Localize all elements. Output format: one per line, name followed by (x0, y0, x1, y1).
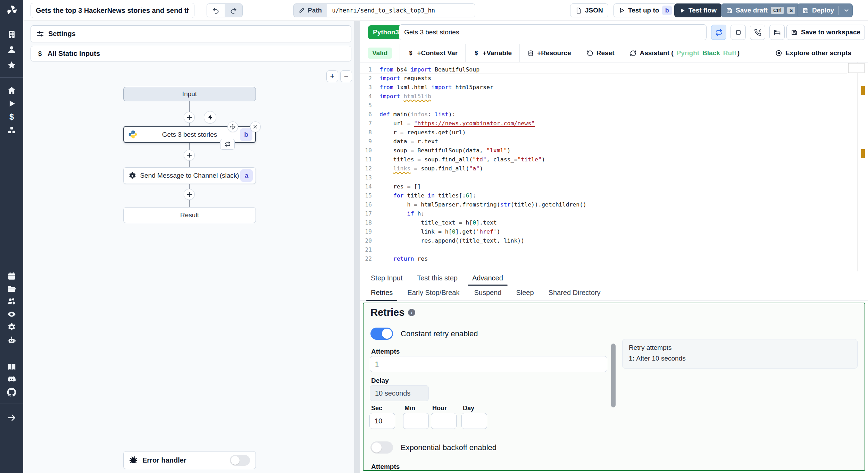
schedules-icon[interactable] (7, 271, 16, 281)
flow-settings-bar[interactable]: Settings (31, 25, 351, 42)
workspace-icon[interactable] (7, 30, 16, 39)
runs-icon[interactable] (7, 99, 16, 108)
panel-resize-handle[interactable] (354, 21, 360, 473)
tab-sleep[interactable]: Sleep (509, 285, 541, 300)
code-line[interactable]: 6def main(infos: list): (360, 110, 847, 119)
error-handler-bar[interactable]: Error handler (123, 451, 256, 469)
code-line[interactable]: 13 (360, 173, 847, 182)
path-input[interactable] (327, 3, 475, 17)
code-line[interactable]: 21 (360, 245, 847, 254)
day-input[interactable] (461, 413, 487, 429)
retry-settings-button[interactable] (711, 25, 726, 40)
error-handler-toggle[interactable] (230, 455, 250, 466)
add-step-button[interactable] (184, 112, 195, 123)
test-flow-button[interactable]: Test flow (674, 3, 722, 17)
code-line[interactable]: 15 for title in titles[:6]: (360, 191, 847, 200)
editor-scroll-indicator[interactable] (848, 63, 865, 73)
windmill-logo[interactable] (0, 0, 23, 21)
sleep-button[interactable] (769, 25, 785, 40)
tab-retries[interactable]: Retries (364, 285, 400, 300)
code-line[interactable]: 19 link = h[0].get('href') (360, 227, 847, 236)
flow-title-input[interactable] (31, 3, 194, 18)
code-line[interactable]: 16 h = html5parser.fromstring(str(title)… (360, 200, 847, 209)
code-line[interactable]: 5 (360, 101, 847, 110)
folders-icon[interactable] (7, 284, 16, 294)
slack-step-node[interactable]: Send Message to Channel (slack) a (123, 167, 256, 184)
test-up-to-button[interactable]: Test up to b (614, 3, 677, 17)
user-icon[interactable] (7, 45, 16, 54)
code-line[interactable]: 10 soup = BeautifulSoup(data, "lxml") (360, 146, 847, 155)
info-icon[interactable]: i (408, 309, 415, 316)
sec-input[interactable] (369, 413, 395, 429)
static-inputs-bar[interactable]: $ All Static Inputs (31, 46, 351, 61)
variables-icon[interactable]: $ (7, 112, 16, 122)
code-line[interactable]: 2import requests (360, 74, 847, 83)
code-line[interactable]: 3from lxml.html import html5parser (360, 83, 847, 92)
zoom-out-button[interactable]: − (340, 70, 352, 82)
attempts-input[interactable] (370, 356, 607, 372)
code-line[interactable]: 11 titles = soup.find_all("td", class_="… (360, 155, 847, 164)
code-line[interactable]: 22 return res (360, 254, 847, 263)
tab-early-stop-break[interactable]: Early Stop/Break (400, 285, 467, 300)
code-editor[interactable]: 1from bs4 import BeautifulSoup2import re… (360, 62, 868, 271)
github-icon[interactable] (7, 388, 16, 397)
code-line[interactable]: 9 data = r.text (360, 137, 847, 146)
collapse-icon[interactable] (7, 413, 16, 422)
code-line[interactable]: 8 r = requests.get(url) (360, 128, 847, 137)
tab-shared-directory[interactable]: Shared Directory (541, 285, 608, 300)
sidebar-divider (0, 404, 23, 404)
undo-button[interactable] (207, 4, 225, 17)
result-node[interactable]: Result (123, 207, 256, 223)
home-icon[interactable] (7, 86, 16, 95)
deploy-button[interactable]: Deploy (797, 3, 853, 17)
trigger-button[interactable] (204, 111, 216, 124)
code-line[interactable]: 14 res = [] (360, 182, 847, 191)
early-stop-button[interactable] (731, 25, 746, 40)
hour-input[interactable] (431, 413, 457, 429)
save-to-workspace-button[interactable]: Save to workspace (786, 25, 865, 40)
code-line[interactable]: 18 title_text = h[0].text (360, 218, 847, 227)
add-step-button[interactable] (184, 150, 195, 161)
chevron-down-icon[interactable] (843, 7, 850, 14)
docs-icon[interactable] (7, 362, 16, 372)
settings-icon[interactable] (7, 322, 16, 332)
add-context-var-button[interactable]: $ +Context Var (400, 44, 465, 62)
retries-scrollbar[interactable] (611, 344, 616, 407)
audit-logs-icon[interactable] (7, 310, 16, 319)
constant-retry-toggle[interactable] (370, 328, 393, 340)
discord-icon[interactable] (7, 375, 16, 384)
min-input[interactable] (403, 413, 429, 429)
move-node-button[interactable] (227, 121, 238, 132)
exponential-backoff-toggle[interactable] (370, 441, 393, 454)
input-node[interactable]: Input (123, 87, 256, 101)
delete-node-button[interactable] (250, 121, 261, 132)
tab-suspend[interactable]: Suspend (467, 285, 509, 300)
save-draft-button[interactable]: Save draft Ctrl S (721, 3, 800, 17)
workers-icon[interactable] (7, 297, 16, 306)
ai-icon[interactable] (7, 336, 16, 345)
json-button[interactable]: JSON (570, 3, 608, 17)
add-resource-button[interactable]: +Resource (520, 44, 579, 62)
reset-button[interactable]: Reset (579, 44, 622, 62)
code-line[interactable]: 4import html5lib (360, 92, 847, 101)
code-line[interactable]: 1from bs4 import BeautifulSoup (360, 65, 847, 74)
code-line[interactable]: 7 url = "https://news.ycombinator.com/ne… (360, 119, 847, 128)
redo-button[interactable] (225, 4, 242, 17)
resources-icon[interactable] (7, 126, 16, 135)
tab-step-input[interactable]: Step Input (364, 271, 410, 285)
code-line[interactable]: 17 if h: (360, 209, 847, 218)
add-variable-button[interactable]: $ +Variable (466, 44, 519, 62)
node-retry-indicator[interactable] (220, 139, 235, 150)
explore-scripts-button[interactable]: Explore other scripts (768, 44, 859, 62)
assistant-button[interactable]: Assistant ( Pyright Black Ruff ) (622, 44, 747, 62)
tab-advanced[interactable]: Advanced (465, 271, 510, 285)
zoom-in-button[interactable]: + (326, 70, 338, 82)
code-line[interactable]: 12 links = soup.find_all("a") (360, 164, 847, 173)
code-line[interactable]: 20 res.append((title_text, link)) (360, 236, 847, 245)
step-name-input[interactable] (399, 24, 707, 40)
path-chip[interactable]: Path (293, 3, 327, 17)
add-step-button[interactable] (184, 189, 195, 200)
suspend-button[interactable] (750, 25, 765, 40)
tab-test-this-step[interactable]: Test this step (410, 271, 465, 285)
favorites-icon[interactable] (7, 60, 16, 70)
